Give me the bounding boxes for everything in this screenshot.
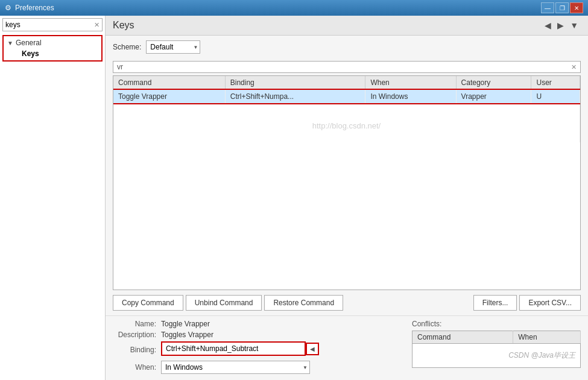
sidebar-item-general[interactable]: ▼ General (5, 37, 100, 48)
buttons-row: Copy Command Unbind Command Restore Comm… (106, 290, 588, 315)
search-box: ✕ (2, 18, 103, 31)
conflicts-col-command: Command (413, 331, 513, 344)
content-title: Keys (113, 20, 134, 31)
search-input[interactable] (3, 19, 92, 31)
col-binding: Binding (225, 76, 365, 90)
app-icon: ⚙ (5, 4, 11, 12)
table-header-row: Command Binding When Category User (113, 76, 580, 90)
when-select[interactable]: In Windows (161, 361, 310, 374)
nav-buttons: ◀ ▶ ▼ (542, 19, 581, 31)
restore-button[interactable]: ❐ (555, 2, 569, 13)
sidebar-keys-label: Keys (22, 49, 39, 58)
col-user: User (531, 76, 580, 90)
nav-dropdown-button[interactable]: ▼ (567, 19, 581, 31)
content-header: Keys ◀ ▶ ▼ (106, 16, 588, 36)
details-left: Name: Toggle Vrapper Description: Toggle… (113, 320, 402, 376)
col-category: Category (456, 76, 531, 90)
conflicts-header-row: Command When (413, 331, 581, 344)
binding-input-wrapper: ◀ (161, 341, 319, 356)
keys-table-container[interactable]: Command Binding When Category User Toggl… (113, 75, 581, 290)
unbind-command-button[interactable]: Unbind Command (186, 295, 262, 311)
filter-clear-icon[interactable]: ✕ (571, 63, 577, 71)
filter-box: vr ✕ (113, 61, 581, 73)
col-command: Command (113, 76, 225, 90)
sidebar-tree: ▼ General Keys (2, 35, 103, 62)
name-value: Toggle Vrapper (161, 320, 210, 328)
back-button[interactable]: ◀ (542, 19, 554, 31)
cell-user: U (531, 90, 580, 104)
sidebar-general-label: General (16, 39, 42, 47)
table-row[interactable]: Toggle Vrapper Ctrl+Shift+Numpa... In Wi… (113, 90, 580, 104)
minimize-button[interactable]: — (541, 2, 554, 13)
details-section: Name: Toggle Vrapper Description: Toggle… (106, 315, 588, 380)
expand-icon: ▼ (7, 40, 13, 46)
details-right: Conflicts: Command When CSDN @Java毕设王 (412, 320, 581, 376)
scheme-label: Scheme: (113, 43, 141, 51)
watermark-text: CSDN @Java毕设王 (508, 351, 575, 359)
filter-text: vr (117, 63, 123, 71)
conflicts-table: Command When CSDN @Java毕设王 (412, 331, 581, 368)
main-container: ✕ ▼ General Keys Keys ◀ ▶ ▼ Scheme: (0, 16, 588, 380)
name-row: Name: Toggle Vrapper (113, 320, 402, 328)
sidebar-item-keys[interactable]: Keys (5, 48, 100, 59)
when-label: When: (113, 363, 156, 372)
when-select-wrapper: In Windows (161, 361, 310, 374)
cell-binding: Ctrl+Shift+Numpa... (225, 90, 365, 104)
binding-input[interactable] (161, 341, 306, 356)
copy-command-button[interactable]: Copy Command (113, 295, 183, 311)
clear-search-icon[interactable]: ✕ (92, 20, 102, 30)
scheme-select[interactable]: Default (146, 40, 200, 54)
cell-category: Vrapper (456, 90, 531, 104)
filters-button[interactable]: Filters... (473, 295, 517, 311)
page-watermark: http://blog.csdn.net/ (113, 103, 580, 142)
conflicts-empty-row: CSDN @Java毕设王 (413, 344, 581, 368)
restore-command-button[interactable]: Restore Command (264, 295, 343, 311)
title-bar-controls: — ❐ ✕ (541, 2, 583, 13)
cell-command: Toggle Vrapper (113, 90, 225, 104)
conflicts-label: Conflicts: (412, 320, 581, 328)
scheme-select-wrapper: Default (146, 40, 200, 54)
binding-arrow-button[interactable]: ◀ (306, 343, 319, 355)
close-button[interactable]: ✕ (570, 2, 583, 13)
export-csv-button[interactable]: Export CSV... (519, 295, 581, 311)
buttons-left: Copy Command Unbind Command Restore Comm… (113, 295, 343, 311)
content-area: Keys ◀ ▶ ▼ Scheme: Default vr ✕ (106, 16, 588, 380)
title-bar-text: Preferences (15, 4, 54, 12)
description-row: Description: Toggles Vrapper (113, 331, 402, 339)
name-label: Name: (113, 320, 156, 328)
binding-row: Binding: ◀ (113, 341, 402, 358)
cell-when: In Windows (365, 90, 456, 104)
scheme-row: Scheme: Default (106, 36, 588, 59)
description-label: Description: (113, 331, 156, 339)
col-when: When (365, 76, 456, 90)
sidebar: ✕ ▼ General Keys (0, 16, 106, 380)
conflicts-col-when: When (513, 331, 581, 344)
forward-button[interactable]: ▶ (555, 19, 566, 31)
binding-label: Binding: (113, 346, 156, 354)
when-row: When: In Windows (113, 361, 402, 374)
buttons-right: Filters... Export CSV... (473, 295, 581, 311)
description-value: Toggles Vrapper (161, 331, 213, 339)
keys-table: Command Binding When Category User Toggl… (113, 76, 580, 142)
title-bar: ⚙ Preferences — ❐ ✕ (0, 0, 588, 16)
